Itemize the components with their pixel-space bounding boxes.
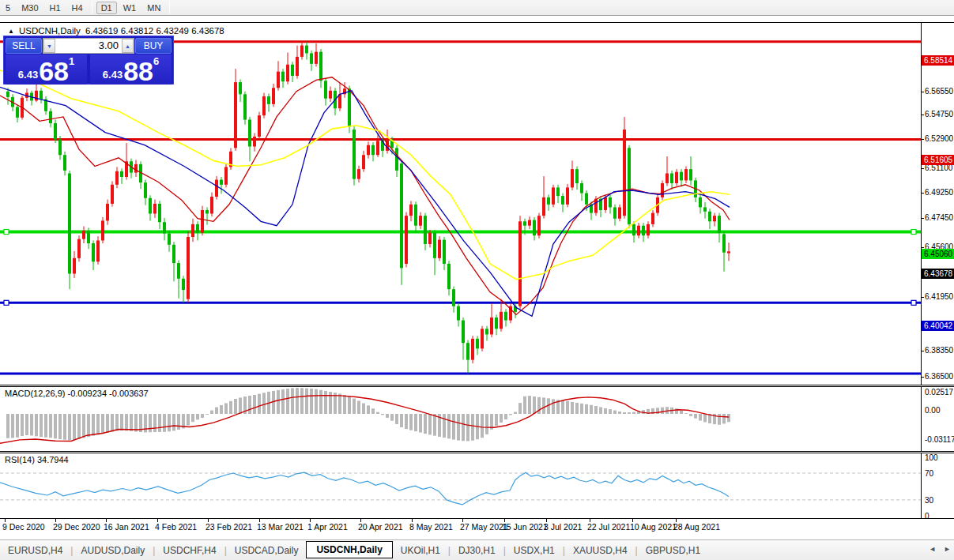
macd-axis-label: 0.00 bbox=[925, 406, 940, 415]
tab-usdchf-h4[interactable]: USDCHF,H4 bbox=[155, 543, 224, 558]
hline-price-badge: 6.40042 bbox=[922, 321, 954, 331]
volume-decrease-icon[interactable]: ▼ bbox=[43, 39, 55, 53]
price-axis[interactable]: 6.565506.547506.529006.511006.492506.474… bbox=[921, 23, 954, 385]
timeframe-mn[interactable]: MN bbox=[142, 2, 165, 14]
price-tick bbox=[921, 247, 924, 248]
rsi-axis-label: 30 bbox=[925, 496, 933, 505]
hline-handle bbox=[911, 300, 916, 305]
hline-objects bbox=[0, 42, 921, 374]
ma-mid-blue bbox=[0, 87, 730, 316]
price-tick-label: 6.36500 bbox=[925, 372, 953, 381]
sell-button[interactable]: SELL bbox=[6, 38, 42, 54]
volume-spinner: ▼ 3.00 ▲ bbox=[43, 38, 134, 54]
rsi-axis-label: 100 bbox=[925, 453, 938, 462]
date-label: 16 Jan 2021 bbox=[104, 522, 149, 532]
time-axis[interactable]: 9 Dec 202029 Dec 202016 Jan 20214 Feb 20… bbox=[0, 519, 954, 536]
buy-price-pip: 6 bbox=[153, 55, 159, 67]
rsi-pane[interactable]: RSI(14) 34.7944 bbox=[0, 453, 921, 518]
timeframe-toolbar: 5M30H1H4D1W1MN bbox=[0, 0, 954, 16]
date-label: 10 Aug 2021 bbox=[630, 522, 677, 532]
price-tick-label: 6.38350 bbox=[925, 346, 953, 355]
date-label: 28 Aug 2021 bbox=[673, 522, 720, 532]
buy-price-prefix: 6.43 bbox=[103, 69, 123, 81]
sell-price-display[interactable]: 6.43 68 1 bbox=[6, 54, 87, 85]
buy-price-main: 88 bbox=[123, 59, 153, 83]
price-tick-label: 6.41950 bbox=[925, 292, 953, 301]
timeframe-h1[interactable]: H1 bbox=[45, 2, 66, 14]
current-price-badge: 6.43678 bbox=[922, 269, 954, 279]
price-tick-label: 6.47450 bbox=[925, 213, 953, 222]
rsi-indicator bbox=[0, 453, 921, 518]
toolbar-separator bbox=[169, 2, 170, 13]
price-tick bbox=[921, 377, 924, 378]
collapse-objects-icon[interactable]: ▲ bbox=[8, 28, 14, 35]
ohlc-quote-label: 6.43619 6.43812 6.43249 6.43678 bbox=[85, 26, 224, 36]
buy-price-display[interactable]: 6.43 88 6 bbox=[90, 54, 172, 85]
price-tick-label: 6.49250 bbox=[925, 188, 953, 197]
timeframe-5[interactable]: 5 bbox=[1, 2, 15, 14]
date-label: 27 May 2021 bbox=[460, 522, 508, 532]
price-tick bbox=[921, 115, 924, 115]
date-label: 9 Dec 2020 bbox=[2, 522, 45, 532]
date-label: 23 Feb 2021 bbox=[206, 522, 252, 532]
price-tick-label: 6.52900 bbox=[925, 134, 953, 143]
macd-pane[interactable]: MACD(12,26,9) -0.009234 -0.003637 bbox=[0, 387, 921, 451]
macd-axis-label: -0.03117 bbox=[925, 435, 954, 444]
chart-tab-bar: EURUSD,H4|AUDUSD,Daily|USDCHF,H4|USDCAD,… bbox=[0, 539, 954, 560]
date-label: 15 Jun 2021 bbox=[502, 522, 548, 532]
price-tick bbox=[921, 351, 924, 351]
timeframe-w1[interactable]: W1 bbox=[119, 2, 141, 14]
price-tick bbox=[921, 297, 924, 298]
tab-xauusd-h4[interactable]: XAUUSD,H4 bbox=[565, 543, 635, 558]
tab-audusd-daily[interactable]: AUDUSD,Daily bbox=[73, 543, 153, 558]
macd-axis: 0.025170.00-0.03117 bbox=[921, 387, 954, 451]
tabs-scroll-right-icon[interactable]: ► bbox=[944, 545, 951, 553]
price-tick bbox=[921, 92, 924, 92]
hline-handle bbox=[4, 300, 9, 305]
timeframe-m30[interactable]: M30 bbox=[17, 2, 43, 14]
tab-usdx-h1[interactable]: USDX,H1 bbox=[506, 543, 563, 558]
rsi-label: RSI(14) 34.7944 bbox=[5, 455, 69, 464]
sell-price-pip: 1 bbox=[69, 55, 74, 67]
rsi-axis-label: 70 bbox=[925, 469, 933, 478]
macd-axis-label: 0.02517 bbox=[925, 388, 953, 397]
main-chart-pane[interactable]: ▲ USDCNH,Daily 6.43619 6.43812 6.43249 6… bbox=[0, 23, 921, 385]
chart-title: ▲ USDCNH,Daily 6.43619 6.43812 6.43249 6… bbox=[8, 26, 224, 36]
macd-label: MACD(12,26,9) -0.009234 -0.003637 bbox=[5, 389, 149, 398]
date-label: 1 Apr 2021 bbox=[307, 522, 348, 532]
date-label: 20 Apr 2021 bbox=[358, 522, 403, 532]
tab-ukoil-h1[interactable]: UKOil,H1 bbox=[393, 543, 448, 558]
tab-eurusd-h4[interactable]: EURUSD,H4 bbox=[0, 543, 70, 558]
chart-window[interactable]: ▲ USDCNH,Daily 6.43619 6.43812 6.43249 6… bbox=[0, 22, 954, 536]
price-tick-label: 6.56550 bbox=[925, 87, 953, 96]
date-label: 29 Dec 2020 bbox=[53, 522, 100, 532]
tabs-scroll-left-icon[interactable]: ◄ bbox=[929, 545, 936, 553]
price-tick bbox=[921, 139, 924, 140]
price-tick bbox=[921, 218, 924, 219]
hline-handle bbox=[911, 230, 916, 235]
date-label: 22 Jul 2021 bbox=[587, 522, 630, 532]
tab-usdcnh-daily[interactable]: USDCNH,Daily bbox=[306, 541, 392, 558]
toolbar-separator bbox=[92, 2, 92, 13]
rsi-axis: 10070300 bbox=[921, 453, 954, 518]
date-label: 13 Mar 2021 bbox=[257, 522, 304, 532]
candles-layer bbox=[6, 42, 730, 374]
buy-button[interactable]: BUY bbox=[135, 38, 172, 54]
price-tick bbox=[921, 168, 924, 169]
hline-price-badge: 6.45060 bbox=[922, 249, 954, 259]
hline-price-badge: 6.51605 bbox=[922, 155, 954, 165]
date-label: 4 Feb 2021 bbox=[155, 522, 197, 532]
symbol-period-label: USDCNH,Daily bbox=[19, 26, 81, 36]
tab-usdcad-daily[interactable]: USDCAD,Daily bbox=[227, 543, 307, 558]
sell-price-prefix: 6.43 bbox=[18, 69, 38, 81]
hline-price-badge: 6.58514 bbox=[922, 55, 954, 66]
macd-signal-line bbox=[0, 396, 729, 444]
timeframe-d1[interactable]: D1 bbox=[96, 2, 117, 14]
tab-gbpusd-h1[interactable]: GBPUSD,H1 bbox=[638, 543, 708, 558]
volume-increase-icon[interactable]: ▲ bbox=[122, 39, 134, 53]
timeframe-h4[interactable]: H4 bbox=[67, 2, 88, 14]
volume-field[interactable]: 3.00 bbox=[55, 39, 122, 53]
tab-dj30-h1[interactable]: DJ30,H1 bbox=[451, 543, 503, 558]
ma-slow-yellow bbox=[0, 70, 730, 280]
price-tick bbox=[921, 193, 924, 194]
